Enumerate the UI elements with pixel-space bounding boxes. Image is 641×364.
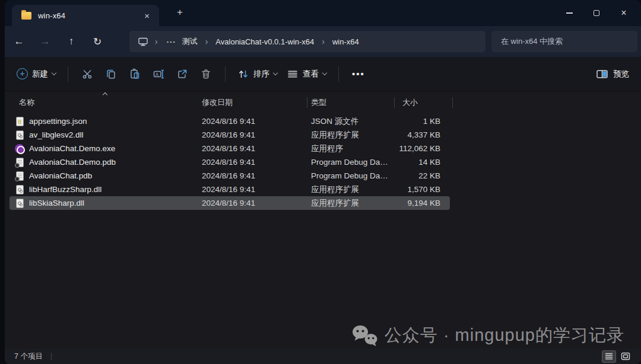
file-row[interactable]: AvaloniaChat.pdb2024/8/16 9:41Program De…: [9, 169, 450, 183]
column-header-size[interactable]: 大小: [392, 97, 450, 108]
column-divider[interactable]: [452, 97, 453, 108]
breadcrumb[interactable]: › ··· 测试 › AvaloniaChat-v0.0.1-win-x64 ›…: [129, 31, 485, 52]
file-row[interactable]: av_libglesv2.dll2024/8/16 9:41应用程序扩展4,33…: [9, 128, 450, 142]
file-size: 4,337 KB: [392, 130, 445, 139]
up-button[interactable]: ↑: [58, 31, 84, 52]
sort-ascending-icon: [103, 92, 107, 97]
icons-view-toggle[interactable]: [618, 350, 633, 363]
file-size: 1,570 KB: [392, 185, 445, 194]
command-bar: + 新建 A: [5, 57, 641, 91]
column-divider[interactable]: [307, 97, 307, 108]
breadcrumb-ellipsis[interactable]: ···: [163, 37, 180, 46]
column-header-name[interactable]: 名称: [9, 97, 199, 108]
file-area: 名称 修改日期 类型 大小 {}appsettings.json2024/8/1…: [5, 92, 641, 349]
delete-button[interactable]: [194, 62, 218, 86]
file-date: 2024/8/16 9:41: [199, 199, 304, 207]
preview-button[interactable]: 预览: [591, 65, 634, 83]
file-type: 应用程序: [304, 143, 392, 154]
column-divider[interactable]: [394, 97, 395, 108]
column-header-type[interactable]: 类型: [304, 97, 392, 108]
rename-button[interactable]: A: [147, 62, 170, 86]
chevron-right-icon: ›: [316, 37, 330, 46]
file-type: Program Debug Da…: [304, 171, 392, 180]
close-button[interactable]: ×: [610, 0, 637, 26]
file-name: AvaloniaChat.pdb: [29, 171, 92, 180]
copy-button[interactable]: [99, 62, 123, 86]
file-name: libHarfBuzzSharp.dll: [29, 185, 101, 194]
new-button[interactable]: + 新建: [12, 65, 61, 83]
file-name: libSkiaSharp.dll: [29, 199, 84, 207]
share-icon: [176, 68, 188, 80]
minimize-button[interactable]: [556, 0, 583, 26]
pdb-file-icon: [14, 157, 25, 168]
sort-icon: [237, 68, 249, 80]
share-button[interactable]: [170, 62, 194, 86]
folder-icon: [21, 12, 31, 20]
search-placeholder: 在 win-x64 中搜索: [501, 36, 563, 47]
file-row[interactable]: AvaloniaChat.Demo.exe2024/8/16 9:41应用程序1…: [9, 142, 450, 155]
dll-file-icon: [14, 184, 25, 195]
tab-bar: win-x64 × + ×: [5, 0, 641, 26]
chevron-down-icon: [322, 71, 327, 75]
status-bar: 7 个项目: [5, 349, 641, 364]
view-icon: [287, 68, 299, 80]
search-input[interactable]: 在 win-x64 中搜索: [491, 31, 637, 52]
plus-circle-icon: +: [17, 68, 28, 79]
pdb-file-icon: [14, 171, 25, 181]
explorer-tab[interactable]: win-x64 ×: [12, 5, 159, 26]
file-size: 22 KB: [392, 171, 445, 180]
file-date: 2024/8/16 9:41: [199, 171, 304, 180]
file-name: appsettings.json: [29, 117, 87, 126]
cut-button[interactable]: [75, 62, 99, 86]
paste-icon: [129, 68, 141, 80]
new-tab-button[interactable]: +: [172, 7, 188, 17]
maximize-icon: [594, 10, 599, 16]
file-size: 14 KB: [392, 158, 445, 167]
tab-title: win-x64: [38, 11, 142, 20]
file-row[interactable]: AvaloniaChat.Demo.pdb2024/8/16 9:41Progr…: [9, 155, 450, 169]
divider: [338, 66, 339, 82]
divider: [225, 66, 226, 82]
sort-button[interactable]: 排序: [233, 65, 282, 84]
file-row[interactable]: libHarfBuzzSharp.dll2024/8/16 9:41应用程序扩展…: [9, 183, 450, 196]
nav-buttons: ← → ↑ ↻: [5, 31, 110, 52]
file-date: 2024/8/16 9:41: [199, 130, 304, 139]
this-pc-icon[interactable]: [138, 37, 148, 46]
dll-file-icon: [14, 130, 25, 141]
view-label: 查看: [303, 69, 319, 79]
file-name: av_libglesv2.dll: [29, 130, 84, 139]
column-headers: 名称 修改日期 类型 大小: [9, 94, 453, 111]
screen: win-x64 × + × ← → ↑ ↻ › ·: [0, 0, 641, 364]
refresh-button[interactable]: ↻: [84, 31, 110, 52]
preview-pane-icon: [596, 69, 609, 79]
tab-close-icon[interactable]: ×: [142, 10, 152, 21]
file-type: JSON 源文件: [304, 116, 392, 127]
breadcrumb-item[interactable]: win-x64: [330, 36, 361, 47]
file-date: 2024/8/16 9:41: [199, 117, 304, 126]
breadcrumb-item[interactable]: AvaloniaChat-v0.0.1-win-x64: [213, 36, 316, 47]
file-type: 应用程序扩展: [304, 198, 392, 209]
column-divider[interactable]: [204, 97, 205, 108]
sort-label: 排序: [253, 69, 269, 79]
maximize-button[interactable]: [583, 0, 610, 26]
dll-file-icon: [14, 198, 25, 209]
file-list: {}appsettings.json2024/8/16 9:41JSON 源文件…: [9, 114, 450, 210]
preview-label: 预览: [613, 69, 629, 79]
exe-file-icon: [14, 143, 25, 154]
back-button[interactable]: ←: [6, 31, 32, 52]
chevron-down-icon: [52, 71, 56, 75]
breadcrumb-item[interactable]: 测试: [180, 35, 200, 48]
file-row[interactable]: {}appsettings.json2024/8/16 9:41JSON 源文件…: [9, 114, 450, 128]
chevron-right-icon: ›: [200, 37, 214, 46]
file-row[interactable]: libSkiaSharp.dll2024/8/16 9:41应用程序扩展9,19…: [9, 196, 450, 210]
icons-view-icon: [621, 352, 630, 360]
new-label: 新建: [32, 69, 48, 79]
forward-button[interactable]: →: [32, 31, 58, 52]
paste-button[interactable]: [123, 62, 147, 86]
view-button[interactable]: 查看: [282, 65, 331, 84]
file-name: AvaloniaChat.Demo.exe: [29, 144, 115, 153]
address-bar: ← → ↑ ↻ › ··· 测试 › AvaloniaChat-v0.0.1-w…: [5, 26, 641, 57]
column-header-date[interactable]: 修改日期: [199, 97, 304, 108]
more-options-button[interactable]: •••: [346, 69, 371, 79]
details-view-toggle[interactable]: [602, 350, 616, 363]
